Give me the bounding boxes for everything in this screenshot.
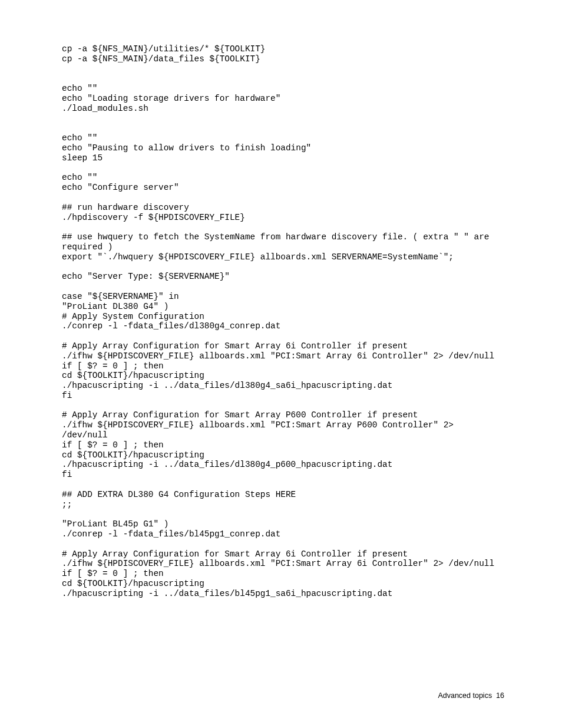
- document-page: cp -a ${NFS_MAIN}/utilities/* ${TOOLKIT}…: [0, 0, 562, 728]
- page-footer: Advanced topics 16: [438, 691, 504, 700]
- footer-page-number: 16: [496, 691, 504, 700]
- code-listing: cp -a ${NFS_MAIN}/utilities/* ${TOOLKIT}…: [62, 44, 504, 599]
- footer-section: Advanced topics: [438, 691, 492, 700]
